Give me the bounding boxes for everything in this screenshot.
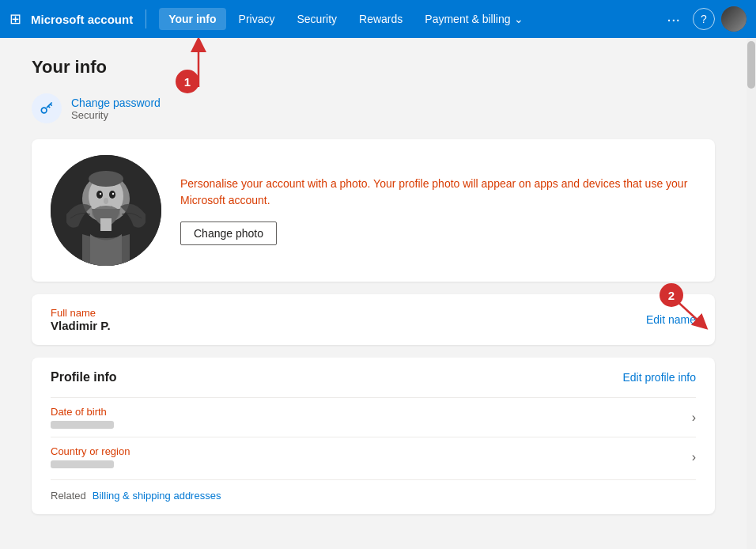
photo-row: Personalise your account with a photo. Y… [51,155,696,266]
svg-point-4 [89,171,123,187]
security-sublabel: Security [71,109,161,121]
full-name-value: Vladimir P. [51,319,111,332]
chevron-down-icon: ⌄ [514,13,524,25]
more-options-icon[interactable]: ··· [660,7,686,32]
svg-point-7 [100,193,101,195]
nav-payment-billing[interactable]: Payment & billing ⌄ [415,8,532,30]
profile-info-header: Profile info Edit profile info [51,370,696,384]
annotation-circle-1: 1 [176,70,199,93]
change-password-link[interactable]: Change password [71,97,161,109]
security-text: Change password Security [71,97,161,121]
svg-point-5 [96,191,103,199]
svg-rect-11 [100,218,112,231]
related-row: Related Billing & shipping addresses [51,479,696,502]
svg-point-6 [109,191,115,199]
billing-shipping-link[interactable]: Billing & shipping addresses [93,490,221,502]
photo-card: Personalise your account with a photo. Y… [32,139,715,282]
nav-your-info[interactable]: Your info [159,8,225,30]
key-icon [39,100,55,116]
nav-security[interactable]: Security [288,8,347,30]
annotation-2: 2 [660,283,683,307]
annotation-1: 1 [176,70,199,93]
name-card: Full name Vladimir P. Edit name [32,294,715,345]
help-button[interactable]: ? [693,8,715,30]
edit-profile-link[interactable]: Edit profile info [622,371,696,384]
full-name-label: Full name [51,307,111,319]
nav-privacy[interactable]: Privacy [229,8,285,30]
dob-info: Date of birth [51,406,114,429]
nav-rewards[interactable]: Rewards [350,8,412,30]
svg-point-9 [104,198,108,204]
nav-right-actions: ··· ? [660,6,747,32]
date-of-birth-row[interactable]: Date of birth › [51,397,696,437]
profile-info-title: Profile info [51,370,117,384]
country-info: Country or region [51,445,130,468]
dob-label: Date of birth [51,406,114,418]
dob-value [51,421,114,429]
nav-divider [146,9,146,28]
avatar-image [721,6,747,32]
avatar[interactable] [721,6,747,32]
grid-icon[interactable]: ⊞ [9,10,21,28]
change-photo-button[interactable]: Change photo [180,221,277,245]
country-region-row[interactable]: Country or region › [51,437,696,476]
related-label: Related [51,490,86,502]
country-value [51,460,114,468]
page-title: Your info [32,57,715,78]
content-area: Your info Change password Security [0,38,747,549]
photo-description: Personalise your account with a photo. Y… [180,176,696,209]
brand-name[interactable]: Microsoft account [31,13,133,26]
security-row: Change password Security [32,93,715,123]
scrollbar-track[interactable] [747,38,756,549]
photo-info: Personalise your account with a photo. Y… [180,176,696,245]
svg-point-8 [112,193,114,195]
profile-avatar-svg [51,155,161,266]
top-navigation: ⊞ Microsoft account Your info Privacy Se… [0,0,756,38]
main-area: Your info Change password Security [0,38,756,549]
country-label: Country or region [51,445,130,457]
profile-info-card: Profile info Edit profile info Date of b… [32,358,715,514]
svg-point-0 [41,108,47,113]
scrollbar-thumb[interactable] [747,41,755,89]
profile-photo [51,155,161,266]
nav-links: Your info Privacy Security Rewards Payme… [159,8,660,30]
chevron-right-icon-2: › [692,450,696,464]
security-icon-circle [32,93,62,123]
name-info: Full name Vladimir P. [51,307,111,332]
annotation-circle-2: 2 [660,283,683,307]
chevron-right-icon: › [692,411,696,425]
